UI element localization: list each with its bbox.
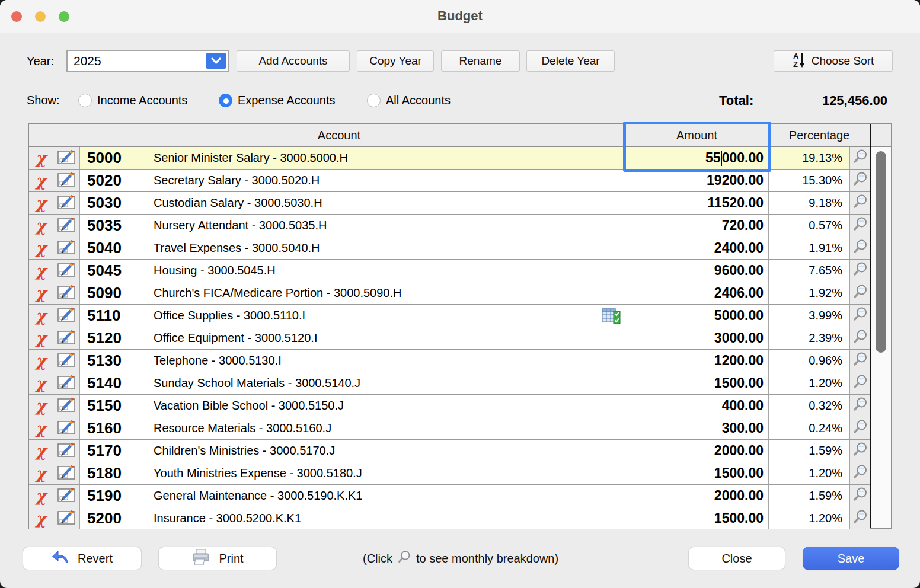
amount-input[interactable]: 1200.00 [625,350,769,372]
chevron-down-icon[interactable] [206,53,226,69]
close-button[interactable]: Close [688,547,785,570]
amount-input[interactable]: 300.00 [625,417,769,440]
delete-account-button[interactable]: χ [29,147,53,170]
radio-circle-selected-icon[interactable] [219,94,232,107]
monthly-breakdown-button[interactable] [850,395,870,417]
radio-circle-icon[interactable] [367,94,381,107]
account-name[interactable]: Secretary Salary - 3000.5020.H [146,170,625,192]
monthly-breakdown-button[interactable] [850,260,870,282]
edit-account-button[interactable] [53,237,80,260]
delete-account-button[interactable]: χ [29,440,53,462]
amount-input[interactable]: 400.00 [625,395,769,417]
monthly-breakdown-button[interactable] [850,215,870,237]
amount-input[interactable]: 5000.00 [625,305,769,327]
monthly-breakdown-button[interactable] [850,282,870,305]
rename-button[interactable]: Rename [441,50,520,72]
delete-account-button[interactable]: χ [29,170,53,192]
account-name[interactable]: Nursery Attendant - 3000.5035.H [146,215,625,237]
monthly-breakdown-button[interactable] [850,507,870,529]
edit-account-button[interactable] [53,462,80,485]
monthly-breakdown-button[interactable] [850,327,870,350]
account-name[interactable]: Office Equipment - 3000.5120.I [146,327,625,350]
scrollbar-thumb[interactable] [876,151,886,353]
edit-account-button[interactable] [53,170,80,192]
edit-account-button[interactable] [53,507,80,529]
edit-account-button[interactable] [53,372,80,395]
print-button[interactable]: Print [158,547,277,570]
amount-input[interactable]: 1500.00 [625,462,769,485]
amount-input[interactable]: 19200.00 [625,170,769,192]
account-name[interactable]: Custodian Salary - 3000.5030.H [146,192,625,215]
edit-account-button[interactable] [53,417,80,440]
delete-account-button[interactable]: χ [29,417,53,440]
year-dropdown[interactable]: 2025 [66,50,229,72]
amount-input[interactable]: 55000.00 [625,147,769,170]
delete-account-button[interactable]: χ [29,192,53,215]
edit-account-button[interactable] [53,260,80,282]
delete-account-button[interactable]: χ [29,215,53,237]
delete-account-button[interactable]: χ [29,282,53,305]
header-amount[interactable]: Amount [625,124,769,147]
edit-account-button[interactable] [53,440,80,462]
account-name[interactable]: Children's Ministries - 3000.5170.J [146,440,625,462]
account-name[interactable]: Travel Expenses - 3000.5040.H [146,237,625,260]
monthly-breakdown-button[interactable] [850,417,870,440]
account-name[interactable]: Church's FICA/Medicare Portion - 3000.50… [146,282,625,305]
monthly-breakdown-button[interactable] [850,440,870,462]
delete-account-button[interactable]: χ [29,485,53,507]
account-name[interactable]: Sunday School Materials - 3000.5140.J [146,372,625,395]
delete-account-button[interactable]: χ [29,237,53,260]
amount-input[interactable]: 720.00 [625,215,769,237]
delete-account-button[interactable]: χ [29,305,53,327]
choose-sort-button[interactable]: A Z Choose Sort [774,50,893,72]
monthly-breakdown-button[interactable] [850,147,870,170]
account-name[interactable]: Senior Minister Salary - 3000.5000.H [146,147,625,170]
amount-input[interactable]: 2406.00 [625,282,769,305]
account-name[interactable]: Office Supplies - 3000.5110.I [146,305,625,327]
monthly-breakdown-button[interactable] [850,350,870,372]
amount-input[interactable]: 3000.00 [625,327,769,350]
amount-input[interactable]: 2000.00 [625,485,769,507]
edit-account-button[interactable] [53,485,80,507]
delete-account-button[interactable]: χ [29,350,53,372]
account-name[interactable]: Housing - 3000.5045.H [146,260,625,282]
delete-account-button[interactable]: χ [29,260,53,282]
header-percentage[interactable]: Percentage [769,124,870,147]
account-name[interactable]: General Maintenance - 3000.5190.K.K1 [146,485,625,507]
header-account[interactable]: Account [53,124,625,147]
copy-year-button[interactable]: Copy Year [357,50,434,72]
edit-account-button[interactable] [53,395,80,417]
monthly-breakdown-button[interactable] [850,305,870,327]
radio-income-accounts[interactable]: Income Accounts [78,94,187,107]
amount-input[interactable]: 1500.00 [625,507,769,529]
radio-all-accounts[interactable]: All Accounts [367,94,451,107]
account-name[interactable]: Resource Materials - 3000.5160.J [146,417,625,440]
delete-account-button[interactable]: χ [29,507,53,529]
save-button[interactable]: Save [803,547,899,570]
edit-account-button[interactable] [53,305,80,327]
radio-circle-icon[interactable] [78,94,92,107]
amount-input[interactable]: 1500.00 [625,372,769,395]
delete-year-button[interactable]: Delete Year [526,50,615,72]
amount-input[interactable]: 9600.00 [625,260,769,282]
amount-input[interactable]: 11520.00 [625,192,769,215]
revert-button[interactable]: Revert [23,547,142,570]
delete-account-button[interactable]: χ [29,372,53,395]
account-name[interactable]: Insurance - 3000.5200.K.K1 [146,507,625,529]
monthly-breakdown-button[interactable] [850,372,870,395]
monthly-breakdown-button[interactable] [850,485,870,507]
monthly-breakdown-button[interactable] [850,192,870,215]
edit-account-button[interactable] [53,192,80,215]
account-name[interactable]: Vacation Bible School - 3000.5150.J [146,395,625,417]
edit-account-button[interactable] [53,147,80,170]
amount-input[interactable]: 2400.00 [625,237,769,260]
monthly-breakdown-button[interactable] [850,462,870,485]
edit-account-button[interactable] [53,350,80,372]
radio-expense-accounts[interactable]: Expense Accounts [219,94,336,107]
edit-account-button[interactable] [53,215,80,237]
edit-account-button[interactable] [53,282,80,305]
delete-account-button[interactable]: χ [29,327,53,350]
amount-input[interactable]: 2000.00 [625,440,769,462]
vertical-scrollbar[interactable] [871,147,891,528]
delete-account-button[interactable]: χ [29,395,53,417]
